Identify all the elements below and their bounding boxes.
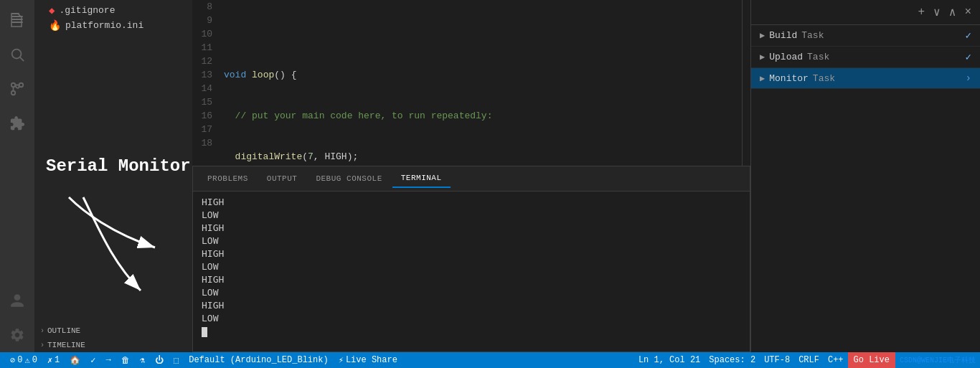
sidebar: ◆ .gitignore 🔥 platformio.ini Serial Mon… — [34, 0, 192, 352]
terminal-line: HIGH — [202, 222, 741, 235]
status-tools[interactable]: ✗ 1 — [43, 352, 64, 368]
app-container: ◆ .gitignore 🔥 platformio.ini Serial Mon… — [0, 0, 980, 352]
outline-section[interactable]: › OUTLINE — [34, 324, 192, 338]
terminal-line: LOW — [202, 235, 741, 247]
terminal-line: HIGH — [202, 247, 741, 260]
outline-label: OUTLINE — [47, 326, 80, 335]
tab-problems[interactable]: PROBLEMS — [199, 170, 257, 187]
task-upload-run-icon: ▶ — [760, 52, 765, 62]
timeline-label: TIMELINE — [47, 341, 85, 349]
check-icon: ✓ — [90, 355, 95, 366]
serial-monitor-label: Serial Monitor — [40, 148, 187, 184]
line-numbers: 8 9 10 11 12 13 14 15 16 17 18 — [192, 0, 218, 166]
settings-activity-icon[interactable] — [0, 318, 34, 352]
terminal-panel: PROBLEMS OUTPUT DEBUG CONSOLE TERMINAL H… — [192, 166, 750, 352]
timeline-section[interactable]: › TIMELINE — [34, 338, 192, 352]
terminal-content[interactable]: HIGH LOW HIGH LOW HIGH LOW HIGH LOW HIGH… — [193, 192, 750, 352]
warning-icon: ⚠ — [24, 355, 29, 366]
status-check[interactable]: ✓ — [86, 352, 100, 368]
file-explorer: ◆ .gitignore 🔥 platformio.ini — [34, 0, 192, 133]
status-home[interactable]: 🏠 — [65, 352, 85, 368]
project-name: Default (Arduino_LED_Blink) — [189, 355, 328, 365]
status-spaces[interactable]: Spaces: 2 — [705, 352, 760, 368]
task-build[interactable]: ▶ Build Task ✓ — [751, 25, 980, 47]
tasks-add-button[interactable]: + — [915, 4, 928, 20]
status-watermark: CSDN@WENJIE电子科技 — [895, 352, 980, 368]
status-trash[interactable]: 🗑 — [117, 352, 134, 368]
svg-point-8 — [11, 91, 16, 95]
sidebar-bottom: › OUTLINE › TIMELINE — [34, 324, 192, 352]
plug-icon: ⏻ — [155, 355, 164, 366]
task-upload[interactable]: ▶ Upload Task ✓ — [751, 47, 980, 68]
annotation-arrows — [40, 190, 184, 305]
status-errors[interactable]: ⊘ 0 ⚠ 0 — [6, 352, 42, 368]
language-label: C++ — [828, 355, 844, 365]
status-encoding[interactable]: UTF-8 — [760, 352, 794, 368]
terminal-line: HIGH — [202, 273, 741, 286]
status-project[interactable]: Default (Arduino_LED_Blink) — [184, 352, 332, 368]
platformio-icon: 🔥 — [49, 19, 61, 32]
task-list: ▶ Build Task ✓ ▶ Upload Task ✓ ▶ Monitor — [751, 25, 980, 89]
tools-icon: ✗ — [47, 355, 52, 366]
task-upload-left: ▶ Upload Task — [760, 52, 829, 62]
task-build-left: ▶ Build Task — [760, 30, 824, 41]
svg-point-6 — [11, 83, 16, 88]
svg-line-5 — [20, 57, 24, 61]
spaces-label: Spaces: 2 — [709, 355, 755, 365]
status-bar: ⊘ 0 ⚠ 0 ✗ 1 🏠 ✓ → 🗑 ⚗ ⏻ ⬚ Defa — [0, 352, 980, 368]
file-item-gitignore[interactable]: ◆ .gitignore — [34, 3, 192, 18]
timeline-collapse-icon: › — [40, 341, 44, 349]
status-plug[interactable]: ⏻ — [151, 352, 168, 368]
tasks-split-button[interactable]: ∨ — [930, 4, 943, 21]
tab-output[interactable]: OUTPUT — [258, 170, 306, 187]
liveshare-icon: ⚡ — [339, 355, 344, 366]
search-activity-icon[interactable] — [0, 37, 34, 72]
status-arrow[interactable]: → — [102, 352, 116, 368]
task-monitor[interactable]: ▶ Monitor Task › — [751, 68, 980, 89]
account-activity-icon[interactable] — [0, 283, 34, 318]
code-content[interactable]: void loop() { // put your main code here… — [218, 0, 742, 166]
liveshare-label: Live Share — [346, 355, 397, 365]
terminal-cursor — [202, 327, 207, 337]
panel-tabs: PROBLEMS OUTPUT DEBUG CONSOLE TERMINAL — [193, 166, 750, 192]
file-item-platformio[interactable]: 🔥 platformio.ini — [34, 18, 192, 33]
tasks-maximize-button[interactable]: ∧ — [946, 4, 959, 21]
status-flask[interactable]: ⚗ — [136, 352, 149, 368]
task-build-name: Build — [769, 30, 797, 41]
task-run-icon: ▶ — [760, 30, 765, 41]
warning-count: 0 — [32, 355, 37, 365]
terminal-line: HIGH — [202, 196, 741, 209]
tasks-close-button[interactable]: × — [961, 4, 974, 20]
error-count: 0 — [17, 355, 22, 365]
status-position[interactable]: Ln 1, Col 21 — [634, 352, 705, 368]
editor-area: 8 9 10 11 12 13 14 15 16 17 18 void loop… — [192, 0, 750, 352]
source-control-activity-icon[interactable] — [0, 72, 34, 106]
code-editor: 8 9 10 11 12 13 14 15 16 17 18 void loop… — [192, 0, 750, 166]
task-build-type: Task — [801, 30, 824, 41]
terminal-line: LOW — [202, 209, 741, 222]
tools-count: 1 — [55, 355, 60, 365]
status-left: ⊘ 0 ⚠ 0 ✗ 1 🏠 ✓ → 🗑 ⚗ ⏻ ⬚ Defa — [0, 352, 407, 368]
files-activity-icon[interactable] — [0, 3, 34, 37]
serial-monitor-annotation: Serial Monitor — [34, 133, 192, 184]
watermark-text: CSDN@WENJIE电子科技 — [900, 355, 976, 365]
status-eol[interactable]: CRLF — [794, 352, 824, 368]
status-terminal-icon[interactable]: ⬚ — [169, 352, 183, 368]
platformio-filename: platformio.ini — [65, 20, 143, 31]
tasks-panel: + ∨ ∧ × ▶ Build Task ✓ ▶ Upload Task ✓ — [750, 0, 980, 352]
status-language[interactable]: C++ — [824, 352, 848, 368]
status-liveshare[interactable]: ⚡ Live Share — [334, 352, 402, 368]
task-upload-status: ✓ — [966, 51, 971, 63]
gitignore-filename: .gitignore — [59, 5, 115, 16]
tasks-header: + ∨ ∧ × — [751, 0, 980, 25]
tab-debug-console[interactable]: DEBUG CONSOLE — [307, 170, 390, 187]
eol-label: CRLF — [798, 355, 819, 365]
flask-icon: ⚗ — [140, 355, 145, 366]
status-golive[interactable]: Go Live — [848, 352, 895, 368]
status-right: Ln 1, Col 21 Spaces: 2 UTF-8 CRLF C++ Go… — [634, 352, 980, 368]
task-build-status: ✓ — [966, 29, 971, 42]
extensions-activity-icon[interactable] — [0, 106, 34, 141]
terminal-line: LOW — [202, 260, 741, 273]
tab-terminal[interactable]: TERMINAL — [392, 169, 451, 188]
editor-scrollbar[interactable] — [742, 0, 750, 166]
